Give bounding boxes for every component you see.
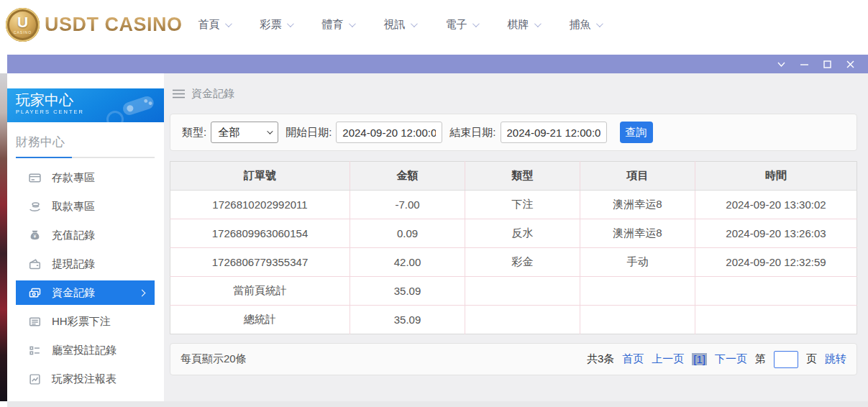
table-row: 1726810202992011 -7.00 下注 澳洲幸运8 2024-09-… (170, 191, 857, 219)
sidebar-item-funds-record[interactable]: 資金記錄 (16, 280, 155, 305)
chevron-down-icon (410, 20, 417, 27)
player-center-sidebar: 玩家中心 PLAYERS CENTER 財務中心 存款專區 (7, 73, 164, 401)
sidebar-item-hh-lottery-bets[interactable]: HH彩票下注 (16, 307, 155, 336)
end-date-label: 結束日期: (449, 126, 495, 140)
column-header-time: 時間 (695, 162, 857, 191)
logo-ball-icon: U CASINO (6, 8, 40, 42)
nav-item-live-video[interactable]: 視訊 (384, 18, 416, 32)
checklist-icon (29, 344, 41, 357)
page-number-input[interactable] (774, 351, 798, 368)
total-count-text: 共3条 (587, 352, 614, 366)
table-row: 1726806779355347 42.00 彩金 手动 2024-09-20 … (170, 248, 857, 277)
type-label: 類型: (182, 126, 206, 140)
sidebar-item-deposit[interactable]: 存款專區 (16, 163, 155, 192)
logo-small-text: CASINO (14, 30, 32, 35)
table-row: 1726809963060154 0.09 反水 澳洲幸运8 2024-09-2… (170, 219, 857, 248)
window-close-icon[interactable] (846, 60, 855, 69)
start-date-input[interactable] (336, 122, 442, 143)
next-page-link[interactable]: 下一页 (715, 352, 747, 366)
gamepad-icon (118, 92, 158, 118)
main-nav: 首頁 彩票 體育 視訊 電子 棋牌 捕魚 (198, 18, 601, 32)
report-chart-icon (29, 373, 41, 385)
chevron-down-icon (224, 20, 232, 27)
sidebar-item-withdrawal-record[interactable]: 提現記錄 (16, 250, 155, 278)
filter-bar: 類型: 全部 開始日期: 結束日期: 查詢 (170, 114, 857, 151)
background-photo-strip (0, 73, 7, 401)
jump-page-link[interactable]: 跳转 (825, 352, 846, 366)
page-prefix-text: 第 (755, 352, 766, 366)
finance-section-title: 財務中心 (16, 134, 164, 150)
window-titlebar (7, 55, 868, 73)
page-suffix-text: 页 (806, 352, 817, 366)
prev-page-link[interactable]: 上一页 (652, 352, 684, 366)
site-header: U CASINO USDT CASINO 首頁 彩票 體育 視訊 電子 棋牌 捕… (0, 0, 868, 49)
sidebar-item-player-bet-report[interactable]: 玩家投注報表 (16, 365, 155, 393)
end-date-input[interactable] (501, 122, 607, 143)
list-icon (29, 316, 41, 328)
table-header-row: 訂單號 金額 類型 項目 時間 (170, 162, 857, 191)
window-collapse-icon[interactable] (777, 60, 786, 69)
column-header-amount: 金額 (350, 162, 465, 191)
players-center-banner: 玩家中心 PLAYERS CENTER (7, 88, 164, 122)
bottom-window-edge (7, 401, 868, 407)
pagination-controls: 共3条 首页 上一页 [1] 下一页 第 页 跳转 (587, 351, 846, 368)
table-row-page-total: 當前頁統計 35.09 (170, 277, 857, 306)
sidebar-item-withdraw[interactable]: 取款專區 (16, 192, 155, 221)
site-logo[interactable]: U CASINO USDT CASINO (0, 8, 183, 42)
column-header-item: 項目 (580, 162, 695, 191)
wallet-icon (29, 258, 41, 270)
window-maximize-icon[interactable] (823, 60, 832, 69)
chevron-right-icon (139, 289, 146, 296)
nav-item-lottery[interactable]: 彩票 (260, 18, 292, 32)
nav-item-sports[interactable]: 體育 (322, 18, 354, 32)
table-row-grand-total: 總統計 35.09 (170, 306, 857, 334)
withdraw-hand-icon (29, 201, 41, 213)
chevron-down-icon (472, 20, 479, 27)
section-underline (16, 157, 155, 158)
chevron-down-icon (267, 128, 273, 134)
logo-letter: U (17, 14, 28, 29)
deposit-card-icon (29, 172, 41, 184)
chevron-down-icon (534, 20, 541, 27)
nav-item-chess[interactable]: 棋牌 (508, 18, 539, 32)
hamburger-menu-icon[interactable] (173, 89, 185, 99)
type-select[interactable]: 全部 (211, 122, 278, 143)
nav-item-home[interactable]: 首頁 (198, 18, 230, 32)
page-title: 資金記錄 (191, 87, 234, 101)
page-size-text: 每頁顯示20條 (181, 352, 247, 366)
svg-text:¥: ¥ (34, 233, 37, 238)
window-minimize-icon[interactable] (800, 60, 809, 69)
logo-text: USDT CASINO (45, 14, 183, 36)
first-page-link[interactable]: 首页 (622, 352, 644, 366)
funds-record-table: 訂單號 金額 類型 項目 時間 1726810202992011 -7.00 下… (170, 161, 857, 334)
nav-item-slots[interactable]: 電子 (446, 18, 478, 32)
current-page-indicator: [1] (692, 353, 707, 365)
main-content: 資金記錄 類型: 全部 開始日期: 結束日期: 查詢 訂單號 金額 類型 項目 (164, 73, 868, 401)
nav-item-fishing[interactable]: 捕魚 (570, 18, 601, 32)
chevron-down-icon (348, 20, 355, 27)
column-header-type: 類型 (465, 162, 580, 191)
search-button[interactable]: 查詢 (620, 122, 653, 143)
chevron-down-icon (595, 20, 603, 27)
app-body: 玩家中心 PLAYERS CENTER 財務中心 存款專區 (0, 73, 868, 401)
sidebar-item-recharge-record[interactable]: ¥ 充值記錄 (16, 221, 155, 250)
money-bag-icon: ¥ (29, 229, 41, 242)
column-header-order-no: 訂單號 (170, 162, 350, 191)
chevron-down-icon (286, 20, 293, 27)
sidebar-menu: 存款專區 取款專區 ¥ 充值記錄 提現記錄 資金記錄 HH彩票下注 (7, 163, 164, 393)
breadcrumb: 資金記錄 (170, 73, 857, 114)
pagination-bar: 每頁顯示20條 共3条 首页 上一页 [1] 下一页 第 页 跳转 (170, 343, 857, 375)
sidebar-item-room-bet-record[interactable]: 廳室投註記錄 (16, 336, 155, 365)
start-date-label: 開始日期: (285, 126, 332, 140)
banknotes-icon (29, 287, 41, 299)
